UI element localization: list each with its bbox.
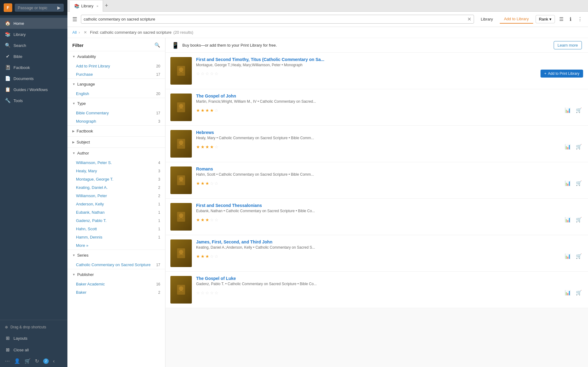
chart-icon-button[interactable]: 📊 bbox=[563, 106, 572, 114]
filter-link[interactable]: Bible Commentary bbox=[76, 111, 109, 115]
filter-link[interactable]: Healy, Mary bbox=[76, 169, 97, 173]
clear-search-button[interactable]: ✕ bbox=[467, 16, 471, 22]
cart-icon-button[interactable]: 🛒 bbox=[575, 289, 583, 297]
chart-icon-button[interactable]: 📊 bbox=[563, 252, 572, 260]
filter-link[interactable]: Keating, Daniel A. bbox=[76, 185, 108, 190]
filter-link[interactable]: Monograph bbox=[76, 119, 96, 124]
filter-link[interactable]: Montague, George T. bbox=[76, 177, 113, 182]
go-icon[interactable]: ▶ bbox=[57, 5, 61, 10]
filter-item-author-8[interactable]: Hahn, Scott 1 bbox=[67, 225, 165, 233]
chart-icon-button[interactable]: 📊 bbox=[563, 289, 572, 297]
filter-section-header-series[interactable]: ▼ Series bbox=[67, 250, 165, 261]
book-title[interactable]: First and Second Thessalonians bbox=[196, 203, 583, 208]
book-title[interactable]: Romans bbox=[196, 166, 583, 171]
filter-item-author-0[interactable]: Williamson, Peter S. 4 bbox=[67, 159, 165, 167]
dots-icon[interactable]: ⋯ bbox=[5, 358, 10, 364]
book-title[interactable]: The Gospel of Luke bbox=[196, 276, 583, 281]
library-button[interactable]: Library bbox=[476, 15, 497, 23]
list-view-button[interactable]: ☰ bbox=[557, 15, 565, 23]
user-icon[interactable]: 👤 bbox=[14, 358, 20, 364]
filter-section-header-type[interactable]: ▼ Type bbox=[67, 98, 165, 109]
add-to-print-button[interactable]: + Add to Print Library bbox=[541, 70, 583, 78]
filter-link[interactable]: Williamson, Peter bbox=[76, 193, 107, 198]
filter-link[interactable]: Purchase bbox=[76, 72, 93, 77]
chart-icon-button[interactable]: 📊 bbox=[563, 143, 572, 151]
cart-icon-button[interactable]: 🛒 bbox=[575, 143, 583, 151]
add-to-library-button[interactable]: Add to Library bbox=[500, 15, 533, 24]
chart-icon-button[interactable]: 📊 bbox=[563, 179, 572, 187]
learn-more-button[interactable]: Learn more bbox=[554, 41, 582, 49]
app-logo[interactable]: F bbox=[4, 3, 12, 12]
filter-link[interactable]: Catholic Commentary on Sacred Scripture bbox=[76, 262, 151, 267]
filter-item-publisher-0[interactable]: Baker Academic 16 bbox=[67, 280, 165, 288]
filter-section-header-subject[interactable]: ▶ Subject bbox=[67, 137, 165, 147]
sidebar-item-search[interactable]: 🔍 Search bbox=[0, 40, 67, 51]
filter-item-purchase[interactable]: Purchase 17 bbox=[67, 70, 165, 78]
filter-link[interactable]: Hahn, Scott bbox=[76, 227, 97, 231]
filter-section-header-factbook[interactable]: ▶ Factbook bbox=[67, 126, 165, 136]
cart-icon-button[interactable]: 🛒 bbox=[575, 252, 583, 260]
breadcrumb-all[interactable]: All bbox=[72, 30, 77, 35]
refresh-icon[interactable]: ↻ bbox=[35, 358, 39, 364]
library-tab[interactable]: 📚 Library × bbox=[70, 0, 103, 12]
sidebar-item-layouts[interactable]: ⊞ Layouts bbox=[5, 334, 63, 343]
book-title[interactable]: First and Second Timothy, Titus (Catholi… bbox=[196, 57, 583, 62]
tab-close-button[interactable]: × bbox=[97, 4, 98, 8]
filter-link[interactable]: Williamson, Peter S. bbox=[76, 160, 112, 165]
filter-item-publisher-1[interactable]: Baker 2 bbox=[67, 288, 165, 296]
sidebar-item-factbook[interactable]: 📓 Factbook bbox=[0, 62, 67, 73]
cart-icon-button[interactable]: 🛒 bbox=[575, 216, 583, 224]
filter-link[interactable]: Add to Print Library bbox=[76, 64, 110, 68]
cart-icon[interactable]: 🛒 bbox=[25, 358, 31, 364]
sidebar-item-documents[interactable]: 📄 Documents bbox=[0, 73, 67, 84]
notification-badge[interactable]: 2 bbox=[43, 358, 49, 364]
filter-item-monograph[interactable]: Monograph 3 bbox=[67, 117, 165, 125]
sidebar-item-bible[interactable]: ✔ Bible bbox=[0, 51, 67, 62]
info-button[interactable]: ℹ bbox=[568, 15, 573, 23]
sidebar-item-tools[interactable]: 🔧 Tools bbox=[0, 95, 67, 106]
filter-item-author-5[interactable]: Anderson, Kelly 1 bbox=[67, 200, 165, 208]
rank-dropdown[interactable]: Rank ▾ bbox=[536, 15, 555, 23]
filter-section-header-availability[interactable]: ▼ Availability bbox=[67, 51, 165, 62]
filter-item-english[interactable]: English 20 bbox=[67, 90, 165, 98]
sidebar-item-home[interactable]: 🏠 Home bbox=[0, 18, 67, 29]
filter-item-author-7[interactable]: Gadenz, Pablo T. 1 bbox=[67, 216, 165, 225]
chevron-left-icon[interactable]: ‹ bbox=[53, 358, 55, 364]
filter-section-header-language[interactable]: ▼ Language bbox=[67, 79, 165, 90]
filter-item-author-3[interactable]: Keating, Daniel A. 2 bbox=[67, 183, 165, 192]
book-title[interactable]: The Gospel of John bbox=[196, 94, 583, 98]
filter-item-author-2[interactable]: Montague, George T. 3 bbox=[67, 175, 165, 183]
filter-item-series-0[interactable]: Catholic Commentary on Sacred Scripture … bbox=[67, 261, 165, 269]
book-title[interactable]: James, First, Second, and Third John bbox=[196, 239, 583, 244]
filter-item-author-9[interactable]: Hamm, Dennis 1 bbox=[67, 233, 165, 241]
more-options-button[interactable]: ⋮ bbox=[576, 15, 584, 23]
search-input[interactable] bbox=[84, 17, 467, 21]
filter-item-author-1[interactable]: Healy, Mary 3 bbox=[67, 167, 165, 175]
filter-link[interactable]: English bbox=[76, 91, 89, 96]
filter-search-icon[interactable]: 🔍 bbox=[154, 42, 160, 48]
add-tab-button[interactable]: + bbox=[103, 2, 110, 9]
filter-link[interactable]: Gadenz, Pablo T. bbox=[76, 218, 107, 223]
more-authors-link[interactable]: More » bbox=[67, 241, 165, 250]
chart-icon-button[interactable]: 📊 bbox=[563, 216, 572, 224]
filter-section-header-publisher[interactable]: ▼ Publisher bbox=[67, 269, 165, 280]
sidebar-item-guides[interactable]: 📋 Guides / Workflows bbox=[0, 84, 67, 95]
filter-item-bible-commentary[interactable]: Bible Commentary 17 bbox=[67, 109, 165, 117]
drag-shortcuts[interactable]: ⊕ Drag & drop shortcuts bbox=[5, 323, 63, 331]
cart-icon-button[interactable]: 🛒 bbox=[575, 106, 583, 114]
passage-search-box[interactable]: Passage or topic ▶ bbox=[15, 4, 64, 12]
filter-item-author-4[interactable]: Williamson, Peter 2 bbox=[67, 192, 165, 200]
filter-item-author-6[interactable]: Eubank, Nathan 1 bbox=[67, 208, 165, 216]
book-title[interactable]: Hebrews bbox=[196, 130, 583, 135]
filter-link[interactable]: Baker bbox=[76, 290, 86, 295]
sidebar-item-close-all[interactable]: ⊠ Close all bbox=[5, 345, 63, 354]
filter-link[interactable]: Baker Academic bbox=[76, 282, 105, 286]
sidebar-item-library[interactable]: 📚 Library bbox=[0, 29, 67, 40]
menu-button[interactable]: ☰ bbox=[71, 15, 78, 24]
cart-icon-button[interactable]: 🛒 bbox=[575, 179, 583, 187]
filter-link[interactable]: Eubank, Nathan bbox=[76, 210, 104, 215]
filter-link[interactable]: Hamm, Dennis bbox=[76, 235, 102, 239]
filter-link[interactable]: Anderson, Kelly bbox=[76, 202, 104, 206]
filter-item-add-print[interactable]: Add to Print Library 20 bbox=[67, 62, 165, 70]
filter-section-header-author[interactable]: ▼ Author bbox=[67, 148, 165, 159]
